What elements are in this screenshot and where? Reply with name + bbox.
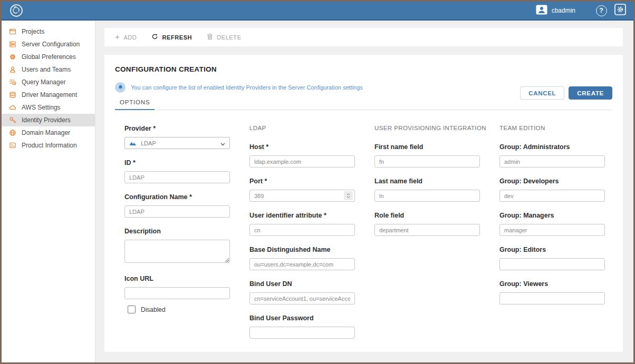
base-distinguished-name-label: Base Distinguished Name: [249, 246, 355, 253]
user-identifier-attribute-input[interactable]: [249, 224, 355, 236]
user-menu[interactable]: cbadmin: [535, 4, 581, 17]
add-button[interactable]: + ADD: [115, 34, 137, 41]
description-label: Description: [124, 228, 230, 235]
bell-icon: [115, 82, 126, 93]
gear-icon: [8, 53, 16, 61]
main-area: + ADD REFRESH DELETE CONFIGURATI: [95, 21, 633, 362]
bind-user-password-input[interactable]: [249, 327, 355, 339]
projects-icon: [8, 28, 16, 36]
icon-url-label: Icon URL: [124, 275, 230, 282]
topbar-actions: cbadmin ?: [535, 4, 627, 17]
id-label: ID *: [124, 159, 230, 166]
sidebar: Projects Server Configuration Global Pre…: [2, 21, 95, 362]
group-developers-label: Group: Developers: [499, 178, 605, 185]
provider-label: Provider *: [124, 125, 230, 132]
role-field-input[interactable]: [374, 224, 480, 236]
sidebar-item-domain-manager[interactable]: Domain Manager: [2, 126, 95, 139]
group-managers-label: Group: Managers: [499, 212, 605, 219]
panel-title: CONFIGURATION CREATION: [115, 65, 612, 73]
group-managers-input[interactable]: [499, 224, 605, 236]
trash-icon: [207, 33, 213, 41]
base-distinguished-name-input[interactable]: [249, 258, 355, 270]
last-name-field-label: Last name field: [374, 178, 480, 185]
team-edition-section-title: TEAM EDITION: [499, 125, 605, 132]
server-icon: [8, 41, 16, 48]
group-viewers-input[interactable]: [499, 292, 605, 304]
cloudbeaver-logo-icon[interactable]: [9, 3, 24, 18]
sidebar-item-aws-settings[interactable]: AWS Settings: [2, 101, 95, 114]
user-provisioning-section-title: USER PROVISIONING INTEGRATION: [374, 125, 480, 132]
provider-select[interactable]: LDAP: [124, 137, 230, 149]
number-stepper[interactable]: [344, 191, 353, 200]
create-button[interactable]: CREATE: [569, 86, 612, 100]
help-icon: ?: [596, 5, 607, 16]
sidebar-item-projects[interactable]: Projects: [2, 25, 95, 38]
options-form: Provider * LDAP: [115, 125, 612, 349]
user-provisioning-column: USER PROVISIONING INTEGRATION First name…: [374, 125, 480, 349]
panel-actions: CANCEL CREATE: [520, 86, 612, 100]
id-input[interactable]: [124, 171, 230, 183]
group-administrators-input[interactable]: [499, 155, 605, 168]
sidebar-item-driver-management[interactable]: Driver Management: [2, 88, 95, 101]
plus-icon: +: [115, 33, 120, 41]
role-field-label: Role field: [374, 212, 480, 219]
group-editors-input[interactable]: [499, 258, 605, 270]
team-edition-column: TEAM EDITION Group: Administrators Group…: [499, 125, 605, 349]
port-label: Port *: [249, 178, 355, 185]
help-button[interactable]: ?: [594, 4, 608, 17]
topbar: cbadmin ?: [2, 2, 633, 21]
bind-user-dn-label: Bind User DN: [249, 280, 355, 288]
port-input[interactable]: [249, 190, 355, 202]
ldap-provider-icon: [129, 139, 137, 148]
database-icon: [8, 91, 16, 99]
info-square-icon: [8, 142, 16, 150]
group-viewers-label: Group: Viewers: [499, 280, 605, 288]
cancel-button[interactable]: CANCEL: [520, 86, 564, 100]
configuration-name-input[interactable]: [124, 205, 230, 218]
icon-url-input[interactable]: [124, 287, 230, 299]
bind-user-dn-input[interactable]: [249, 292, 355, 304]
provider-selected-value: LDAP: [141, 140, 216, 146]
app-window: cbadmin ? Projects: [0, 0, 635, 364]
configuration-creation-panel: CONFIGURATION CREATION You can configure…: [104, 55, 623, 352]
sidebar-item-product-information[interactable]: Product Information: [2, 139, 95, 152]
sidebar-item-users-and-teams[interactable]: Users and Teams: [2, 63, 95, 76]
cloud-icon: [8, 104, 16, 112]
host-label: Host *: [249, 143, 355, 151]
delete-button[interactable]: DELETE: [207, 33, 241, 41]
globe-icon: [8, 129, 16, 137]
sidebar-item-query-manager[interactable]: Query Manager: [2, 76, 95, 88]
info-message: You can configure the list of enabled Id…: [131, 84, 363, 91]
first-name-field-input[interactable]: [374, 155, 480, 168]
sidebar-item-server-configuration[interactable]: Server Configuration: [2, 38, 95, 51]
key-icon: [8, 116, 16, 124]
general-column: Provider * LDAP: [124, 125, 230, 349]
sidebar-item-global-preferences[interactable]: Global Preferences: [2, 51, 95, 63]
username: cbadmin: [552, 7, 575, 14]
user-avatar-icon: [536, 5, 547, 16]
host-input[interactable]: [249, 155, 355, 168]
disabled-checkbox-row[interactable]: Disabled: [124, 306, 230, 313]
disabled-checkbox-label: Disabled: [141, 306, 166, 313]
disabled-checkbox[interactable]: [128, 306, 136, 313]
group-developers-input[interactable]: [499, 190, 605, 202]
refresh-button[interactable]: REFRESH: [151, 33, 192, 41]
user-identifier-attribute-label: User identifier attribute *: [249, 212, 355, 219]
settings-button[interactable]: [613, 4, 627, 17]
first-name-field-label: First name field: [374, 143, 480, 151]
chevron-down-icon: [220, 139, 225, 148]
toolbar: + ADD REFRESH DELETE: [104, 28, 623, 46]
last-name-field-input[interactable]: [374, 190, 480, 202]
refresh-icon: [151, 33, 158, 41]
group-editors-label: Group: Editors: [499, 246, 605, 253]
sidebar-item-identity-providers[interactable]: Identity Providers: [2, 114, 95, 126]
description-textarea[interactable]: [124, 240, 230, 263]
user-icon: [8, 66, 16, 74]
group-administrators-label: Group: Administrators: [499, 143, 605, 151]
bind-user-password-label: Bind User Password: [249, 314, 355, 322]
query-list-icon: [8, 78, 16, 86]
tab-options[interactable]: OPTIONS: [115, 94, 155, 110]
gear-icon: [614, 4, 626, 17]
ldap-section-title: LDAP: [249, 125, 355, 132]
configuration-name-label: Configuration Name *: [124, 193, 230, 201]
